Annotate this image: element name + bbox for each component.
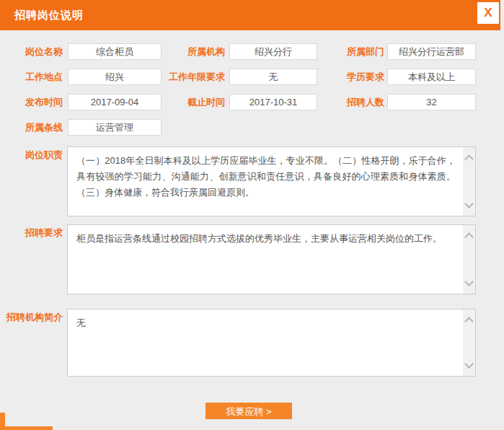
work-location-field[interactable] (68, 69, 162, 85)
responsibilities-scrollbar[interactable] (463, 147, 475, 216)
field-label-business-line: 所属条线 (0, 119, 63, 136)
chevron-down-icon[interactable] (464, 199, 474, 209)
responsibilities-textarea[interactable]: （一）2018年全日制本科及以上学历应届毕业生，专业不限。（二）性格开朗，乐于合… (67, 146, 476, 216)
education-field[interactable] (387, 69, 476, 85)
institution-intro-text: 无 (68, 310, 463, 376)
field-label-position-name: 岗位名称 (0, 43, 63, 60)
headcount-field[interactable] (387, 94, 476, 110)
chevron-down-icon[interactable] (464, 277, 474, 286)
field-label-requirements: 招聘要求 (0, 224, 63, 241)
requirements-scrollbar[interactable] (463, 225, 475, 294)
field-label-institution: 所属机构 (162, 43, 225, 60)
chevron-up-icon[interactable] (464, 154, 474, 164)
field-label-institution-intro: 招聘机构简介 (0, 309, 63, 325)
field-label-department: 所属部门 (321, 43, 384, 60)
publish-date-field[interactable] (68, 94, 162, 110)
department-field[interactable] (387, 43, 476, 60)
field-label-deadline: 截止时间 (162, 94, 225, 110)
field-label-education: 学历要求 (321, 69, 384, 85)
field-label-publish-date: 发布时间 (0, 94, 63, 110)
institution-field[interactable] (229, 43, 317, 60)
deadline-field[interactable] (229, 94, 317, 110)
institution-intro-scrollbar[interactable] (463, 310, 475, 376)
field-label-headcount: 招聘人数 (321, 94, 384, 110)
requirements-text: 柜员是指运营条线通过校园招聘方式选拔的优秀毕业生，主要从事运营相关岗位的工作。 (68, 225, 463, 294)
experience-field[interactable] (229, 69, 317, 85)
responsibilities-text: （一）2018年全日制本科及以上学历应届毕业生，专业不限。（二）性格开朗，乐于合… (68, 147, 463, 216)
close-icon[interactable]: X (477, 2, 499, 24)
background-page-fragment (0, 413, 5, 426)
requirements-textarea[interactable]: 柜员是指运营条线通过校园招聘方式选拔的优秀毕业生，主要从事运营相关岗位的工作。 (67, 224, 476, 294)
field-label-experience: 工作年限要求 (162, 69, 225, 85)
dialog-title: 招聘岗位说明 (0, 0, 500, 30)
background-page-fragment (0, 426, 53, 430)
apply-button[interactable]: 我要应聘 > (205, 403, 292, 419)
position-name-field[interactable] (68, 43, 162, 60)
institution-intro-textarea[interactable]: 无 (67, 309, 476, 377)
chevron-up-icon[interactable] (464, 232, 474, 242)
dialog-header: 招聘岗位说明 (0, 0, 500, 30)
field-label-responsibilities: 岗位职责 (0, 146, 63, 163)
chevron-up-icon[interactable] (464, 317, 474, 326)
business-line-field[interactable] (68, 119, 162, 136)
chevron-down-icon[interactable] (464, 359, 474, 369)
field-label-work-location: 工作地点 (0, 69, 63, 85)
